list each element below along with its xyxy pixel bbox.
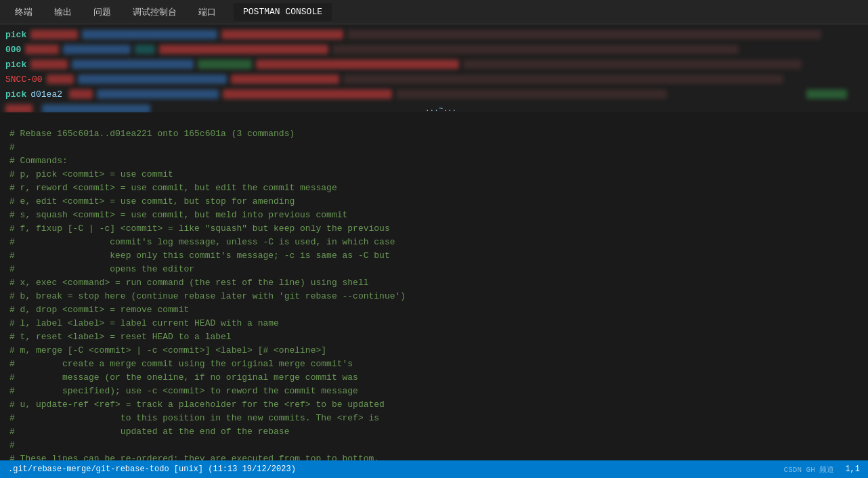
- blurred-5b: [97, 89, 219, 99]
- blurred-6c: ...~...: [425, 105, 456, 112]
- blurred-3b: [72, 60, 194, 69]
- keyword-000: 000: [5, 45, 21, 55]
- comment-f: # f, fixup [-C | -c] <commit> = like "sq…: [5, 222, 863, 236]
- blurred-3a: [30, 60, 68, 69]
- blurred-hash-1: [30, 30, 78, 39]
- comment-rebase: # Rebase 165c601a..d01ea221 onto 165c601…: [5, 127, 863, 141]
- comment-m4: # specified); use -c <commit> to reword …: [5, 385, 863, 398]
- blurred-3c: [198, 60, 252, 69]
- comment-x: # x, exec <command> = run command (the r…: [5, 276, 863, 290]
- status-watermark: CSDN GH 频道: [784, 464, 835, 475]
- comment-u2: # to this position in the new commits. T…: [5, 412, 863, 425]
- comment-f2: # commit's log message, unless -C is use…: [5, 236, 863, 249]
- commit-lines-section: pick 000 pick: [0, 24, 868, 112]
- commit-row-3: pick: [0, 57, 868, 72]
- comment-m3: # message (or the oneline, if no origina…: [5, 371, 863, 385]
- comment-r: # r, reword <commit> = use commit, but e…: [5, 181, 863, 195]
- commit-row-4: SNCC-00: [0, 72, 868, 87]
- blurred-6b: [42, 104, 150, 112]
- hash-d01ea2: d01ea2: [30, 89, 62, 100]
- comment-section: # Rebase 165c601a..d01ea221 onto 165c601…: [0, 112, 868, 460]
- tab-problems[interactable]: 问题: [84, 2, 121, 22]
- blurred-5a: [69, 89, 93, 99]
- blurred-4d: [343, 74, 783, 84]
- comment-u: # u, update-ref <ref> = track a placehol…: [5, 398, 863, 412]
- comment-commands-header: # Commands:: [5, 154, 863, 168]
- comment-b: # b, break = stop here (continue rebase …: [5, 290, 863, 303]
- commit-row-5: pick d01ea2: [0, 87, 868, 102]
- blurred-2c: [135, 45, 155, 54]
- blurred-extra-1: [221, 30, 343, 39]
- tab-postman[interactable]: POSTMAN CONSOLE: [234, 3, 332, 21]
- editor-content: pick 000 pick: [0, 24, 868, 460]
- keyword-sncc: SNCC-00: [5, 74, 43, 85]
- comment-u3: # updated at the end of the rebase: [5, 425, 863, 439]
- blurred-rest-1: [347, 30, 821, 39]
- blurred-5d: [396, 89, 667, 99]
- blurred-2d: [159, 45, 328, 54]
- comment-hash-2: #: [5, 141, 863, 154]
- status-right: CSDN GH 频道 1,1: [784, 464, 860, 475]
- comment-reorder: # These lines can be re-ordered; they ar…: [5, 452, 863, 460]
- keyword-pick-5: pick: [5, 89, 26, 100]
- commit-row-2: 000: [0, 42, 868, 57]
- blurred-5e: [806, 89, 847, 99]
- comment-e: # e, edit <commit> = use commit, but sto…: [5, 195, 863, 209]
- keyword-pick-1: pick: [5, 30, 26, 40]
- comment-f4: # opens the editor: [5, 263, 863, 276]
- tab-terminal[interactable]: 终端: [5, 2, 42, 22]
- comment-d: # d, drop <commit> = remove commit: [5, 303, 863, 317]
- app-container: 终端 输出 问题 调试控制台 端口 POSTMAN CONSOLE pick 0…: [0, 0, 868, 460]
- blurred-4b: [78, 74, 227, 84]
- blurred-2e: [332, 45, 739, 54]
- blurred-5c: [223, 89, 392, 99]
- blurred-3e: [463, 60, 802, 69]
- keyword-pick-3: pick: [5, 60, 26, 70]
- commit-row-6: ...~...: [0, 102, 868, 112]
- comment-t: # t, reset <label> = reset HEAD to a lab…: [5, 330, 863, 344]
- comment-m: # m, merge [-C <commit> | -c <commit>] <…: [5, 344, 863, 357]
- tab-port[interactable]: 端口: [189, 2, 225, 22]
- status-position: 1,1: [845, 464, 860, 474]
- blurred-4c: [231, 74, 339, 84]
- tab-output[interactable]: 输出: [45, 2, 81, 22]
- comment-s: # s, squash <commit> = use commit, but m…: [5, 209, 863, 222]
- tab-bar: 终端 输出 问题 调试控制台 端口 POSTMAN CONSOLE: [0, 0, 868, 24]
- commit-row-1: pick: [0, 27, 868, 42]
- status-left: .git/rebase-merge/git-rebase-todo [unix]…: [8, 464, 296, 474]
- status-bar: .git/rebase-merge/git-rebase-todo [unix]…: [0, 460, 868, 478]
- blurred-2b: [63, 45, 131, 54]
- blurred-2a: [25, 45, 59, 54]
- blurred-4a: [47, 74, 74, 84]
- comment-m2: # create a merge commit using the origin…: [5, 357, 863, 371]
- tab-debug[interactable]: 调试控制台: [123, 2, 186, 22]
- blurred-3d: [256, 60, 459, 69]
- comment-f3: # keep only this commit's message; -c is…: [5, 249, 863, 263]
- comment-l: # l, label <label> = label current HEAD …: [5, 317, 863, 330]
- status-filepath: .git/rebase-merge/git-rebase-todo [unix]…: [8, 464, 296, 474]
- empty-line-1: [5, 114, 863, 127]
- blurred-6a: [5, 104, 32, 112]
- comment-hash-3: #: [5, 439, 863, 452]
- comment-p: # p, pick <commit> = use commit: [5, 168, 863, 181]
- blurred-msg-1: [82, 30, 217, 39]
